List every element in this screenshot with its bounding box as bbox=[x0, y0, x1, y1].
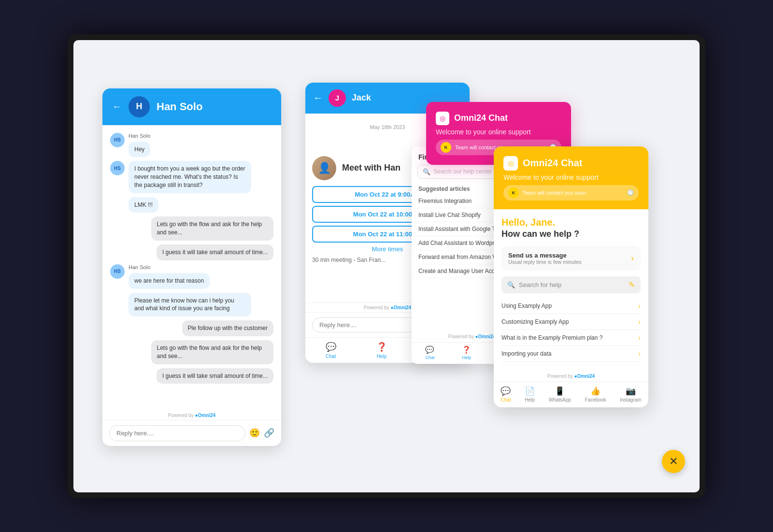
search-help-bar[interactable]: 🔍 Search for help ✎ bbox=[501, 276, 641, 293]
message-content: I guess it will take small amount of tim… bbox=[157, 244, 273, 260]
y-chat-icon: 💬 bbox=[501, 386, 511, 396]
message-bubble: LMK !!! bbox=[129, 197, 158, 213]
message-content: LMK !!! bbox=[129, 197, 158, 213]
y-facebook-icon: 👍 bbox=[590, 386, 601, 396]
y-tab-chat[interactable]: 💬 Chat bbox=[501, 386, 511, 403]
chevron-right-icon: › bbox=[638, 302, 641, 310]
y-help-icon: 📄 bbox=[525, 386, 535, 396]
yellow-subtitle: Welcome to your online support bbox=[503, 173, 639, 181]
jack-tab-help[interactable]: ❓ Help bbox=[376, 342, 387, 359]
y-tab-facebook[interactable]: 👍 Facebook bbox=[585, 386, 606, 403]
y-help-label: Help bbox=[525, 397, 535, 403]
message-row-right: Lets go with the flow and ask for the he… bbox=[110, 216, 273, 241]
han-name: Han Solo bbox=[157, 101, 202, 113]
y-instagram-icon: 📷 bbox=[626, 386, 636, 396]
chevron-right-icon: › bbox=[638, 334, 641, 342]
yellow-logo: ◎ bbox=[503, 156, 518, 171]
search-icon: 🔍 bbox=[423, 168, 430, 175]
emoji-button[interactable]: 🙂 bbox=[249, 428, 260, 438]
help-link-3-text: What is in the Examply Premium plan ? bbox=[501, 334, 602, 341]
help-tab-help[interactable]: ❓ Help bbox=[462, 345, 471, 360]
panel-han-solo: ← H Han Solo HS Han Solo Hey HS I b bbox=[102, 88, 281, 446]
close-fab-button[interactable]: ✕ bbox=[662, 450, 685, 473]
message-bubble: we are here for that reason bbox=[129, 273, 210, 289]
message-content: Han Solo Hey bbox=[129, 133, 150, 158]
send-msg-title: Send us a message bbox=[508, 252, 582, 259]
hello-text: Hello, Jane. bbox=[501, 217, 641, 228]
message-row: LMK !!! bbox=[110, 197, 273, 213]
help-link-4[interactable]: Importing your data › bbox=[501, 346, 641, 362]
y-tab-whatsapp[interactable]: 📱 WhatsApp bbox=[549, 386, 571, 403]
chevron-right-icon: › bbox=[638, 318, 641, 326]
yellow-logo-icon: ◎ bbox=[508, 159, 514, 168]
message-content: Han Solo we are here for that reason bbox=[129, 264, 210, 289]
message-row: Please let me know how can i help you an… bbox=[110, 293, 273, 317]
chat-tab-label: Chat bbox=[425, 355, 434, 360]
message-content: I guess it will take small amount of tim… bbox=[157, 368, 273, 384]
avatar-hs: HS bbox=[110, 161, 125, 175]
y-whatsapp-label: WhatsApp bbox=[549, 397, 571, 403]
jack-tab-help-label: Help bbox=[377, 354, 387, 359]
message-bubble: I guess it will take small amount of tim… bbox=[157, 244, 273, 260]
message-bubble: Hey bbox=[129, 142, 150, 158]
yellow-powered: Powered by ●Omni24 bbox=[494, 371, 648, 382]
pink-subtitle: Welcome to your online support bbox=[436, 128, 561, 136]
meet-photo: 👤 bbox=[312, 156, 336, 180]
chat-icon: 💬 bbox=[326, 342, 336, 352]
jack-back-button[interactable]: ← bbox=[313, 92, 323, 103]
send-arrow-icon: › bbox=[631, 253, 634, 263]
y-whatsapp-icon: 📱 bbox=[555, 386, 565, 396]
help-tab-label: Help bbox=[462, 355, 471, 360]
pink-logo-icon: ◎ bbox=[440, 115, 445, 122]
help-link-1-text: Using Examply App bbox=[501, 302, 552, 309]
jack-tab-chat[interactable]: 💬 Chat bbox=[326, 342, 336, 359]
jack-avatar: J bbox=[329, 89, 346, 107]
screen-inner: ← H Han Solo HS Han Solo Hey HS I b bbox=[73, 40, 700, 492]
message-bubble: Ple follow up with the customer bbox=[182, 320, 273, 336]
back-button[interactable]: ← bbox=[112, 101, 122, 112]
pink-agent-avatar: K bbox=[441, 142, 451, 153]
jack-name: Jack bbox=[352, 93, 371, 103]
sender-name: Han Solo bbox=[129, 264, 210, 270]
link-button[interactable]: 🔗 bbox=[264, 428, 274, 438]
help-link-3[interactable]: What is in the Examply Premium plan ? › bbox=[501, 330, 641, 346]
avatar-hs: HS bbox=[110, 133, 125, 147]
powered-by: Powered by ●Omni24 bbox=[102, 411, 281, 420]
screen-frame: ← H Han Solo HS Han Solo Hey HS I b bbox=[68, 34, 705, 498]
han-avatar: H bbox=[129, 96, 150, 117]
meet-text: Meet with Han bbox=[342, 163, 401, 173]
y-tab-instagram[interactable]: 📷 Instagram bbox=[620, 386, 641, 403]
help-link-1[interactable]: Using Examply App › bbox=[501, 298, 641, 314]
sender-name: Han Solo bbox=[129, 133, 150, 139]
yellow-header-row: ◎ Omni24 Chat bbox=[503, 156, 639, 171]
help-link-4-text: Importing your data bbox=[501, 350, 551, 357]
message-row-right: Ple follow up with the customer bbox=[110, 320, 273, 336]
panel-yellow-widget: ◎ Omni24 Chat Welcome to your online sup… bbox=[494, 146, 648, 407]
message-content: Please let me know how can i help you an… bbox=[129, 293, 251, 317]
send-msg-subtitle: Usual reply time is few minutes bbox=[508, 259, 582, 265]
search-help-icon: 🔍 bbox=[507, 281, 515, 288]
message-content: Ple follow up with the customer bbox=[182, 320, 273, 336]
y-tab-help[interactable]: 📄 Help bbox=[525, 386, 535, 403]
jack-tab-chat-label: Chat bbox=[326, 354, 336, 359]
message-content: Lets go with the flow and ask for the he… bbox=[151, 340, 274, 364]
y-chat-label: Chat bbox=[501, 397, 511, 403]
message-bubble: I guess it will take small amount of tim… bbox=[157, 368, 273, 384]
search-help-label: Search for help bbox=[519, 281, 625, 288]
yellow-body: Hello, Jane. How can we help ? Send us a… bbox=[494, 209, 648, 371]
yellow-clock-icon: 🕐 bbox=[627, 189, 634, 196]
help-tab-chat[interactable]: 💬 Chat bbox=[425, 345, 434, 360]
help-link-2-text: Customizing Examply App bbox=[501, 318, 569, 325]
message-content: I bought from you a week ago but the ord… bbox=[129, 161, 251, 193]
send-msg-info: Send us a message Usual reply time is fe… bbox=[508, 252, 582, 265]
help-link-2[interactable]: Customizing Examply App › bbox=[501, 314, 641, 330]
pink-brand: Omni24 Chat bbox=[454, 113, 508, 123]
message-row: HS Han Solo Hey bbox=[110, 133, 273, 158]
how-help-text: How can we help ? bbox=[501, 229, 641, 239]
message-bubble: Lets go with the flow and ask for the he… bbox=[151, 340, 274, 364]
han-footer: 🙂 🔗 bbox=[102, 420, 281, 446]
send-message-card[interactable]: Send us a message Usual reply time is fe… bbox=[501, 246, 641, 271]
search-help-edit-icon: ✎ bbox=[629, 280, 635, 289]
han-reply-input[interactable] bbox=[109, 425, 245, 441]
message-bubble: Lets go with the flow and ask for the he… bbox=[151, 216, 274, 241]
